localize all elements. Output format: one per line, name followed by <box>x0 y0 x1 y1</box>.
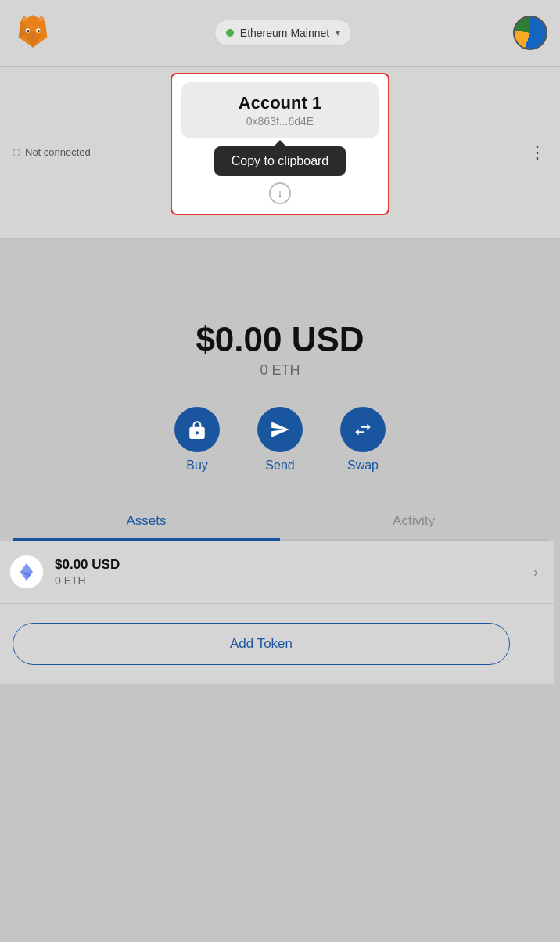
asset-info: $0.00 USD 0 ETH <box>55 557 533 587</box>
ethereum-logo <box>16 561 38 583</box>
avatar[interactable] <box>513 16 547 50</box>
action-buttons: Buy Send Swap <box>174 407 386 473</box>
send-action: Send <box>257 407 303 473</box>
add-token-section: Add Token <box>0 604 541 684</box>
copy-to-clipboard-tooltip[interactable]: Copy to clipboard <box>214 146 346 176</box>
asset-chevron-icon: › <box>533 564 538 581</box>
chevron-down-icon: ▾ <box>336 27 340 38</box>
account-tooltip-area: Account 1 0x863f...6d4E Copy to clipboar… <box>171 73 389 215</box>
swap-label: Swap <box>347 458 379 473</box>
swap-action: Swap <box>340 407 386 473</box>
balance-usd: $0.00 USD <box>196 320 364 359</box>
network-status-dot <box>226 29 234 37</box>
tab-assets[interactable]: Assets <box>13 504 280 541</box>
account-name: Account 1 <box>206 93 354 113</box>
send-icon <box>270 419 290 440</box>
account-bar: Not connected Account 1 0x863f...6d4E Co… <box>0 67 560 239</box>
more-options-button[interactable]: ⋮ <box>529 142 547 163</box>
svg-point-8 <box>38 30 40 32</box>
down-arrow-icon: ↓ <box>269 182 291 204</box>
asset-usd-value: $0.00 USD <box>55 557 533 573</box>
account-address: 0x863f...6d4E <box>206 115 354 128</box>
swap-button[interactable] <box>340 407 386 452</box>
tabs: Assets Activity <box>13 504 547 541</box>
send-label: Send <box>265 458 294 473</box>
swap-icon <box>353 419 373 440</box>
metamask-logo <box>13 11 53 55</box>
tab-activity[interactable]: Activity <box>280 504 547 539</box>
buy-icon <box>187 419 207 440</box>
add-token-button[interactable]: Add Token <box>13 623 510 665</box>
network-selector[interactable]: Ethereum Mainnet ▾ <box>214 20 352 46</box>
buy-button[interactable] <box>174 407 220 452</box>
table-row[interactable]: $0.00 USD 0 ETH › <box>0 541 554 604</box>
send-button[interactable] <box>257 407 303 452</box>
svg-point-7 <box>27 30 29 32</box>
main-content: $0.00 USD 0 ETH Buy Send <box>0 239 560 684</box>
asset-eth-value: 0 ETH <box>55 574 533 587</box>
account-popup: Account 1 0x863f...6d4E Copy to clipboar… <box>171 73 389 215</box>
account-card[interactable]: Account 1 0x863f...6d4E <box>181 82 379 138</box>
header: Ethereum Mainnet ▾ <box>0 0 560 67</box>
balance-eth: 0 ETH <box>260 362 300 379</box>
eth-icon <box>9 555 44 589</box>
assets-list: $0.00 USD 0 ETH › Add Token <box>0 541 554 684</box>
connection-status: Not connected <box>13 146 91 158</box>
connection-label: Not connected <box>25 146 91 158</box>
buy-action: Buy <box>174 407 220 473</box>
connection-dot <box>13 149 20 156</box>
buy-label: Buy <box>186 458 208 473</box>
network-label: Ethereum Mainnet <box>240 27 329 39</box>
